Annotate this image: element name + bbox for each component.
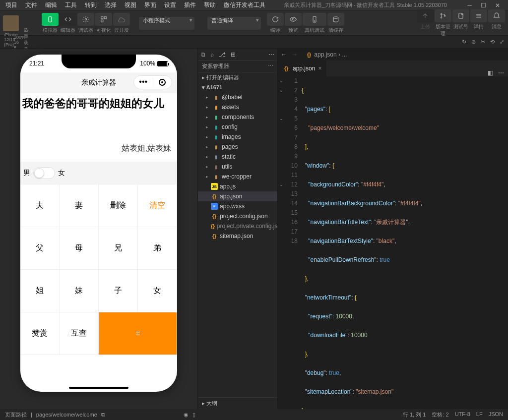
file-project-private[interactable]: {}project.private.config.js... [198,221,277,231]
key-reward[interactable]: 赞赏 [20,312,60,355]
menu-plugin[interactable]: 插件 [181,0,199,10]
menu-select[interactable]: 选择 [101,0,120,10]
open-editors-section[interactable]: ▸ 打开的编辑器 [198,72,277,83]
folder-babel[interactable]: ▸▮@babel [198,92,277,102]
simulator-toggle[interactable] [42,13,59,26]
key-clear[interactable]: 清空 [138,184,177,227]
code-content[interactable]: { "pages": [ "pages/welcome/welcome" ], … [302,76,508,409]
breadcrumb-file[interactable]: app.json [314,51,336,58]
float-icon[interactable]: ⤢ [500,39,504,45]
menu-tool[interactable]: 工具 [62,0,80,10]
editor-more-icon[interactable]: ⋯ [498,69,504,76]
menu-edit[interactable]: 编辑 [42,0,61,10]
folder-assets[interactable]: ▸▮assets [198,102,277,112]
preview-button[interactable] [285,13,302,26]
file-app-wxss[interactable]: ≡app.wxss [198,201,277,211]
minimap[interactable] [488,76,508,409]
outline-section[interactable]: ▸ 大纲 [198,397,277,409]
file-project-config[interactable]: {}project.config.json [198,211,277,221]
folder-pages[interactable]: ▸▮pages [198,142,277,152]
refresh-icon[interactable]: ↻ [462,39,466,45]
key-mother[interactable]: 母 [60,227,99,270]
gender-switch[interactable] [33,167,55,179]
visibility-icon[interactable]: ◉ [184,412,189,418]
upload-button[interactable] [417,9,434,22]
explorer-search-icon[interactable]: ⌕ [210,51,214,58]
key-husband[interactable]: 夫 [20,184,60,227]
encoding[interactable]: UTF-8 [455,411,470,419]
real-debug-button[interactable] [303,13,326,26]
indent[interactable]: 空格: 2 [432,411,448,419]
visual-toggle[interactable] [95,13,112,26]
nav-back-icon[interactable]: ← [281,51,287,58]
capsule-button[interactable]: ••• [133,75,172,89]
editor-toggle[interactable] [60,13,76,26]
key-elder-sister[interactable]: 姐 [20,270,60,312]
key-younger-sister[interactable]: 妹 [60,270,99,312]
key-son[interactable]: 子 [99,270,138,312]
folder-config[interactable]: ▸▮config [198,122,277,132]
key-equals[interactable]: = [99,312,177,355]
copy-path-icon[interactable]: ⧉ [101,412,105,418]
detail-button[interactable] [470,9,487,22]
folder-static[interactable]: ▸▮static [198,152,277,162]
file-sitemap[interactable]: {}sitemap.json [198,231,277,241]
explorer-branch-icon[interactable]: ⎇ [219,51,226,58]
menu-interface[interactable]: 界面 [141,0,160,10]
nav-forward-icon[interactable]: → [292,51,298,58]
menu-settings[interactable]: 设置 [161,0,180,10]
rotate-icon[interactable]: ⟲ [490,39,495,45]
file-app-js[interactable]: JSapp.js [198,181,277,191]
clear-cache-button[interactable] [327,13,344,26]
zoom-select[interactable]: 100% 16 ▾ [14,35,19,50]
debugger-toggle[interactable] [77,13,94,26]
key-elder-brother[interactable]: 兄 [99,227,138,270]
editor-tab-appjson[interactable]: {} app.json × [278,60,327,76]
menu-project[interactable]: 项目 [2,0,21,10]
capsule-menu-icon[interactable]: ••• [134,78,153,87]
key-father[interactable]: 父 [20,227,60,270]
page-path[interactable]: pages/welcome/welcome [36,412,97,418]
folder-utils[interactable]: ▸▮utils [198,162,277,172]
key-wife[interactable]: 妻 [60,184,99,227]
menu-file[interactable]: 文件 [22,0,41,10]
avatar[interactable] [3,15,19,31]
testno-button[interactable] [452,9,469,22]
file-app-json[interactable]: {}app.json [198,191,277,201]
breadcrumb-more[interactable]: ... [342,51,347,58]
key-daughter[interactable]: 女 [138,270,177,312]
compile-mode-select[interactable]: 普通编译 [207,17,261,30]
folder-components[interactable]: ▸▮components [198,112,277,122]
key-delete[interactable]: 删除 [99,184,138,227]
cursor-pos[interactable]: 行 1, 列 1 [403,411,426,419]
folder-wecropper[interactable]: ▸▮we-cropper [198,172,277,181]
message-button[interactable] [488,9,505,22]
explorer-files-icon[interactable]: ⧉ [201,51,205,58]
maximize-button[interactable]: ☐ [481,2,486,9]
menu-help[interactable]: 帮助 [200,0,219,10]
mode-select[interactable]: 小程序模式 [139,17,194,30]
eol[interactable]: LF [476,411,483,419]
menu-view[interactable]: 视图 [121,0,140,10]
fold-gutter[interactable]: ⌄⌄⌄⌄ [278,76,285,409]
explorer-menu-icon[interactable]: ⋯ [268,63,273,69]
key-younger-brother[interactable]: 弟 [138,227,177,270]
key-reverse[interactable]: 互查 [60,312,99,355]
close-button[interactable]: ✕ [495,2,500,9]
language[interactable]: JSON [489,411,503,419]
cut-icon[interactable]: ✂ [481,39,485,45]
lock-icon[interactable]: ▯ [192,412,195,418]
folder-images[interactable]: ▸▮images [198,132,277,142]
minimize-button[interactable]: ─ [467,2,472,9]
code-editor[interactable]: ⌄⌄⌄⌄ 123456789101112131415161718 { "page… [278,76,508,409]
menu-goto[interactable]: 转到 [81,0,100,10]
project-root[interactable]: ▾ A1671 [198,83,277,92]
version-button[interactable] [435,9,451,22]
menu-wechat-devtools[interactable]: 微信开发者工具 [220,0,269,10]
capsule-close-icon[interactable] [153,79,172,86]
split-editor-icon[interactable]: ◧ [488,69,493,76]
explorer-ext-icon[interactable]: ⊞ [231,51,236,58]
explorer-more-icon[interactable]: ⋯ [268,51,274,58]
compile-button[interactable] [267,13,284,26]
mute-icon[interactable]: ⊘ [471,39,476,45]
